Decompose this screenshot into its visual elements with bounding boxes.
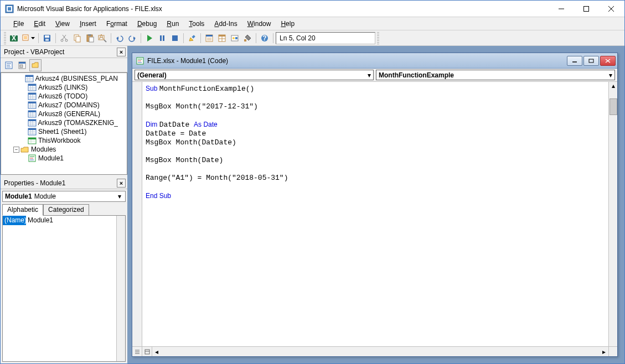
code-margin[interactable] <box>132 82 142 346</box>
project-tree[interactable]: Arkusz4 (BUSINESS_PLANArkusz5 (LINKS)Ark… <box>1 72 127 175</box>
help-button[interactable]: ? <box>259 32 271 44</box>
svg-marker-29 <box>147 35 152 41</box>
code-close-button[interactable] <box>600 56 616 66</box>
titlebar: Microsoft Visual Basic for Applications … <box>1 1 624 17</box>
full-module-view-button[interactable] <box>142 347 152 356</box>
undo-button[interactable] <box>113 32 126 44</box>
menu-debug[interactable]: Debug <box>132 19 162 29</box>
procedure-view-button[interactable] <box>132 347 142 356</box>
toggle-folders-button[interactable] <box>29 59 42 71</box>
cut-button[interactable] <box>58 32 70 44</box>
property-value[interactable]: Module1 <box>26 216 125 225</box>
svg-point-18 <box>65 39 68 41</box>
menu-view[interactable]: View <box>50 19 75 29</box>
code-editor[interactable]: Sub MonthFunctionExample() MsgBox Month(… <box>142 82 608 346</box>
svg-rect-14 <box>45 39 49 41</box>
menu-window[interactable]: Window <box>242 19 276 29</box>
project-panel-close[interactable]: × <box>117 48 126 56</box>
reset-button[interactable] <box>169 32 181 44</box>
svg-rect-20 <box>76 37 80 42</box>
tree-node[interactable]: Arkusz7 (DOMAINS) <box>1 101 118 110</box>
properties-tabs: Alphabetic Categorized <box>1 204 127 215</box>
mdi-area: FILE.xlsx - Module1 (Code) (General)▾ Mo… <box>127 46 624 363</box>
tree-node[interactable]: Arkusz8 (GENERAL) <box>1 110 118 118</box>
tree-node-label: Sheet1 (Sheet1) <box>38 128 86 136</box>
toolbar-grip-end[interactable] <box>377 32 379 44</box>
module-icon <box>28 154 37 162</box>
property-name[interactable]: (Name) <box>3 216 26 225</box>
tree-node[interactable]: Arkusz6 (TODO) <box>1 92 118 101</box>
tab-alphabetic[interactable]: Alphabetic <box>2 204 43 216</box>
find-button[interactable]: A <box>96 32 109 44</box>
code-maximize-button[interactable] <box>583 56 599 66</box>
properties-window-button[interactable] <box>216 32 228 44</box>
maximize-button[interactable] <box>574 1 598 17</box>
run-button[interactable] <box>143 32 156 44</box>
tab-categorized[interactable]: Categorized <box>43 204 89 216</box>
sheet-icon <box>28 84 37 91</box>
tree-node[interactable]: Arkusz4 (BUSINESS_PLAN <box>1 74 118 83</box>
svg-rect-87 <box>28 119 36 121</box>
view-excel-button[interactable]: X <box>8 32 20 44</box>
menu-addins[interactable]: Add-Ins <box>209 19 242 29</box>
menu-format[interactable]: Format <box>101 19 132 29</box>
code-procedure-combo[interactable]: MonthFunctionExample▾ <box>376 70 615 80</box>
properties-vscroll[interactable] <box>116 216 125 361</box>
break-button[interactable] <box>156 32 168 44</box>
cursor-position: Ln 5, Col 20 <box>276 32 375 44</box>
svg-rect-57 <box>25 75 33 77</box>
module-icon <box>136 56 144 65</box>
svg-rect-31 <box>163 35 164 41</box>
menu-insert[interactable]: Insert <box>75 19 101 29</box>
code-hscroll[interactable]: ◂▸ <box>152 347 608 356</box>
svg-point-17 <box>61 39 63 41</box>
sheet-icon <box>28 92 37 100</box>
tree-node[interactable]: Arkusz5 (LINKS) <box>1 83 118 92</box>
tree-node-label: Module1 <box>38 154 64 162</box>
tree-node[interactable]: ThisWorkbook <box>1 136 118 145</box>
svg-rect-111 <box>589 59 593 63</box>
wb-icon <box>28 137 37 144</box>
menu-help[interactable]: Help <box>276 19 299 29</box>
view-object-button[interactable] <box>16 59 28 71</box>
project-explorer-button[interactable] <box>203 32 215 44</box>
svg-rect-13 <box>45 35 49 38</box>
svg-rect-46 <box>244 39 246 41</box>
properties-panel-close[interactable]: × <box>117 179 126 188</box>
properties-panel-header: Properties - Module1 × <box>1 177 127 189</box>
tree-node[interactable]: Sheet1 (Sheet1) <box>1 127 118 136</box>
code-vscroll[interactable]: ▴ <box>608 82 617 346</box>
menu-tools[interactable]: Tools <box>184 19 209 29</box>
tree-node-label: Modules <box>31 145 56 153</box>
design-mode-button[interactable] <box>186 32 198 44</box>
save-button[interactable] <box>41 32 53 44</box>
menu-edit[interactable]: Edit <box>29 19 50 29</box>
toolbox-button[interactable] <box>241 32 254 44</box>
tree-node[interactable]: −Modules <box>1 145 118 154</box>
toolbar-grip[interactable] <box>4 32 6 44</box>
code-window-titlebar[interactable]: FILE.xlsx - Module1 (Code) <box>132 53 617 69</box>
tree-twisty-icon[interactable]: − <box>13 147 19 153</box>
folder-icon <box>20 145 29 153</box>
code-minimize-button[interactable] <box>567 56 582 66</box>
svg-rect-30 <box>160 35 162 41</box>
svg-marker-33 <box>189 38 193 41</box>
view-code-button[interactable] <box>3 59 15 71</box>
window-title: Microsoft Visual Basic for Applications … <box>17 5 549 13</box>
tree-node[interactable]: Arkusz9 (TOMASZKENIG_ <box>1 118 118 127</box>
svg-rect-54 <box>19 62 25 64</box>
properties-grid[interactable]: (Name) Module1 <box>2 215 126 362</box>
code-object-combo[interactable]: (General)▾ <box>135 70 374 80</box>
menu-run[interactable]: Run <box>162 19 184 29</box>
copy-button[interactable] <box>71 32 83 44</box>
object-browser-button[interactable] <box>229 32 241 44</box>
redo-button[interactable] <box>126 32 138 44</box>
insert-dropdown[interactable] <box>20 32 36 44</box>
menu-file[interactable]: File <box>8 19 29 29</box>
svg-rect-69 <box>28 93 36 95</box>
properties-object-combo[interactable]: Module1 Module ▾ <box>2 191 126 202</box>
tree-node[interactable]: Module1 <box>1 154 118 163</box>
close-button[interactable] <box>598 1 623 17</box>
paste-button[interactable] <box>84 32 96 44</box>
minimize-button[interactable] <box>549 1 574 17</box>
